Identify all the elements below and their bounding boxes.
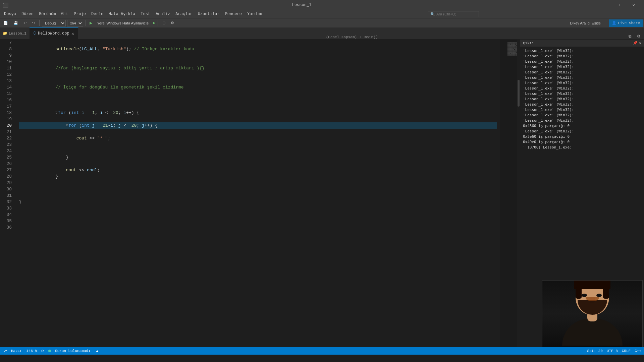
output-line-9: 'Lesson_1.exe' (Win32):	[523, 91, 641, 97]
output-pin-icon[interactable]: 📌	[633, 41, 638, 45]
vertical-scrollbar[interactable]	[517, 40, 520, 347]
status-text: Sorun bulunamadı	[55, 349, 91, 353]
code-line-7	[19, 40, 497, 46]
ln-24: 24	[3, 148, 12, 154]
separator-4	[606, 20, 606, 26]
output-title: Çıktı	[523, 41, 534, 45]
toolbar-btn-1[interactable]: 📄	[1, 20, 10, 26]
code-line-21	[19, 129, 497, 135]
output-line-18: 0x49e0 iş parçacığı 0	[523, 139, 641, 145]
status-right: Sat: 20 UTF-8 CRLF C++	[587, 349, 641, 353]
code-line-10	[19, 59, 497, 65]
output-close-icon[interactable]: ✕	[639, 41, 641, 45]
ln-27: 27	[3, 167, 12, 173]
code-line-9	[19, 52, 497, 59]
ln-29: 29	[3, 180, 12, 186]
minimap: ████████████████████ ████ ████████ █████…	[500, 40, 520, 347]
title-bar-left: ⬛	[3, 2, 8, 8]
folder-icon: 📁	[3, 31, 7, 36]
code-line-22: cout << "* ";	[19, 135, 497, 141]
platform-select[interactable]: x64 x86	[67, 20, 83, 26]
live-share-icon: 👤	[612, 21, 616, 25]
code-line-15	[19, 90, 497, 97]
toolbar-extra-1[interactable]: ⊞	[160, 20, 167, 26]
code-line-34	[19, 212, 497, 218]
menu-uzantilar[interactable]: Uzantılar	[195, 10, 222, 18]
code-line-17	[19, 103, 497, 110]
toolbar-btn-undo[interactable]: ↩	[21, 20, 29, 26]
main-area: 7 8 9 10 11 12 13 14 15 16 17 18 19 20 2…	[0, 40, 644, 347]
run-label-btn[interactable]: Yerel Windows Hata Ayıklayıcısı	[95, 20, 152, 26]
code-line-11: //for (başlangıç sayısı ; bitiş şartı ; …	[19, 65, 497, 71]
menu-araclar[interactable]: Araçlar	[173, 10, 195, 18]
line-col: Sat: 20	[587, 349, 603, 353]
code-line-36	[19, 224, 497, 231]
menu-yardim[interactable]: Yardım	[245, 10, 264, 18]
menu-test[interactable]: Test	[138, 10, 153, 18]
ln-10: 10	[3, 59, 12, 65]
scroll-left-icon[interactable]: ◀	[96, 349, 98, 353]
dikey-aralik-btn[interactable]: Dikey Aralığı Eşitle	[568, 20, 603, 26]
code-line-28: }	[19, 173, 497, 180]
tab-close-icon[interactable]: ✕	[71, 31, 74, 37]
menu-proje[interactable]: Proje	[71, 10, 89, 18]
menu-bar: Dosya Düzen Görünüm Git Proje Derle Hata…	[0, 10, 644, 18]
code-line-8: setlocale(LC_ALL, "Turkish"); // Türkçe …	[19, 46, 497, 52]
output-content: 'Lesson_1.exe' (Win32): 'Lesson_1.exe' (…	[520, 47, 644, 279]
code-line-33	[19, 205, 497, 212]
output-line-10: 'Lesson_1.exe' (Win32):	[523, 97, 641, 102]
scope-label: (Genel Kapsam)	[326, 35, 357, 39]
ln-25: 25	[3, 154, 12, 161]
tab-helloword-cpp[interactable]: C HelloWord.cpp ✕	[30, 27, 78, 39]
menu-pencere[interactable]: Pencere	[222, 10, 245, 18]
menu-analiz[interactable]: Analiz	[153, 10, 173, 18]
ln-36: 36	[3, 224, 12, 231]
fold-icon-20[interactable]: ▽	[66, 122, 68, 129]
output-line-15: 0x4360 iş parçacığı 0	[523, 123, 641, 129]
code-line-25: }	[19, 154, 497, 161]
scroll-thumb[interactable]	[518, 80, 520, 107]
ln-14: 14	[3, 84, 12, 90]
output-line-11: 'Lesson_1.exe' (Win32):	[523, 102, 641, 107]
menu-git[interactable]: Git	[58, 10, 71, 18]
run-icon: ▶	[153, 20, 155, 25]
ln-19: 19	[3, 116, 12, 122]
ln-26: 26	[3, 161, 12, 167]
code-line-30	[19, 186, 497, 192]
output-line-14: 'Lesson_1.exe' (Win32):	[523, 118, 641, 123]
toolbar-extra-2[interactable]: ⚙	[169, 20, 176, 26]
debug-config-select[interactable]: Debug Release	[42, 20, 66, 26]
live-share-button[interactable]: 👤 Live Share	[609, 19, 643, 27]
menu-duzen[interactable]: Düzen	[19, 10, 36, 18]
code-line-20: ▽for (int j = 21-i; j <= 20; j++) {	[19, 122, 497, 129]
ln-28: 28	[3, 173, 12, 180]
code-line-13	[19, 78, 497, 84]
code-line-23	[19, 141, 497, 148]
breadcrumb-separator: ›	[360, 35, 362, 39]
file-icon: C	[34, 31, 36, 36]
search-input[interactable]	[436, 12, 477, 16]
ln-12: 12	[3, 71, 12, 78]
ln-7: 7	[3, 40, 12, 46]
fold-icon-18[interactable]: ▽	[55, 110, 57, 116]
menu-gorunum[interactable]: Görünüm	[36, 10, 58, 18]
editor-settings-btn[interactable]: ⚙	[635, 33, 643, 39]
maximize-button[interactable]: □	[610, 0, 626, 10]
output-line-1: 'Lesson_1.exe' (Win32):	[523, 48, 641, 54]
menu-derle[interactable]: Derle	[89, 10, 106, 18]
ln-23: 23	[3, 141, 12, 148]
toolbar-btn-2[interactable]: 💾	[11, 20, 20, 26]
separator-1	[39, 20, 40, 26]
minimize-button[interactable]: ─	[595, 0, 610, 10]
ln-11: 11	[3, 65, 12, 71]
close-button[interactable]: ✕	[626, 0, 641, 10]
code-line-32: }	[19, 199, 497, 205]
separator-3	[158, 20, 158, 26]
menu-dosya[interactable]: Dosya	[1, 10, 19, 18]
run-button[interactable]: ▶	[88, 19, 94, 26]
output-line-19: '[18700] Lesson_1.exe:	[523, 145, 641, 150]
code-content[interactable]: setlocale(LC_ALL, "Turkish"); // Türkçe …	[16, 40, 500, 347]
toolbar-btn-redo[interactable]: ↪	[30, 20, 37, 26]
menu-hata-ayikla[interactable]: Hata Ayıkla	[106, 10, 138, 18]
split-editor-btn[interactable]: ⧉	[627, 33, 634, 39]
